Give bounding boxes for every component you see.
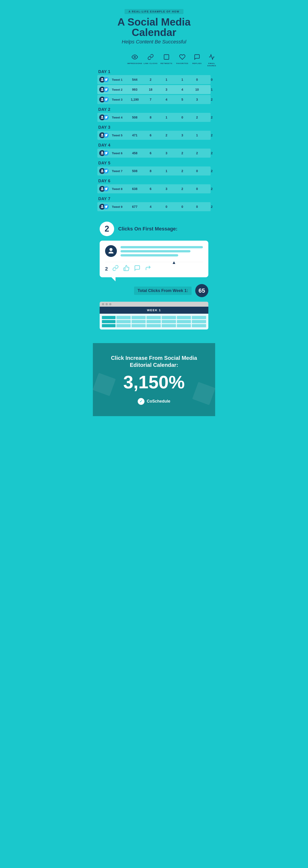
avatar-group [99, 150, 109, 156]
day-label-5: DAY 5 [97, 159, 211, 166]
data-cell-email_shares: 2 [204, 98, 220, 101]
tweet-line-3 [120, 254, 178, 256]
mock-cell [102, 320, 115, 323]
day-label-4: DAY 4 [97, 141, 211, 149]
tweet-label: Tweet 9 [112, 205, 122, 209]
data-cell-favorites: 2 [174, 169, 190, 173]
favorites-label: FAVORITES [176, 62, 189, 65]
tweet-name-cell: Tweet 2 [97, 85, 127, 94]
data-cell-impressions: 508 [127, 169, 143, 173]
svg-rect-1 [164, 55, 169, 60]
data-cell-retweets: 4 [159, 98, 174, 101]
data-cell-favorites: 5 [174, 98, 190, 101]
data-cell-replies: 0 [190, 187, 204, 191]
table-row: Tweet 3 1,19074532 [97, 95, 211, 104]
clicks-header: 2 Clicks On First Message: [100, 222, 208, 236]
twitter-icon [104, 186, 109, 191]
browser-table-mock [100, 314, 208, 330]
replies-icon [194, 54, 200, 62]
avatar-group [99, 87, 109, 93]
data-cell-email_shares: 2 [204, 151, 220, 155]
data-cell-link_clicks: 6 [143, 133, 159, 137]
email-shares-icon [208, 54, 215, 62]
day-group-1: DAY 1 Tweet 1 54421100 Tweet 2 99318 [97, 68, 211, 104]
coschedule-brand: CoSchedule [147, 399, 170, 404]
avatar-group [99, 132, 109, 138]
tweet-share-icon [145, 265, 151, 273]
twitter-icon [104, 133, 109, 138]
table-row: Tweet 1 54421100 [97, 75, 211, 84]
total-clicks-badge: 65 [195, 284, 208, 297]
first-click-badge: 2 [100, 222, 114, 236]
tweet-line-2 [120, 250, 191, 252]
tweet-name-cell: Tweet 7 [97, 167, 127, 175]
day-group-3: DAY 3 Tweet 5 47162312 [97, 123, 211, 140]
mock-cell [162, 320, 176, 323]
link-clicks-label: LINK CLICKS [144, 62, 158, 65]
data-cell-retweets: 3 [159, 88, 174, 91]
tweet-name-cell: Tweet 4 [97, 113, 127, 122]
tweet-name-cell: Tweet 9 [97, 203, 127, 211]
svg-point-0 [134, 56, 136, 58]
twitter-icon [104, 151, 109, 156]
avatar-group [99, 186, 109, 192]
avatar-group [99, 97, 109, 102]
impressions-icon [132, 54, 138, 62]
data-cell-replies: 2 [190, 116, 204, 119]
retweets-icon [163, 54, 170, 62]
mock-cell [102, 316, 115, 319]
data-cell-impressions: 677 [127, 205, 143, 209]
tweet-label: Tweet 4 [112, 116, 122, 119]
table-row: Tweet 5 47162312 [97, 131, 211, 140]
data-cell-impressions: 1,190 [127, 98, 143, 101]
browser-dot-1 [102, 303, 104, 305]
tweet-name-cell: Tweet 1 [97, 75, 127, 84]
tweet-card-lines [120, 245, 203, 258]
tweet-name-cell: Tweet 8 [97, 185, 127, 193]
mock-cell [132, 320, 146, 323]
header-top-label: A REAL-LIFE EXAMPLE OF HOW [124, 9, 184, 14]
data-cell-email_shares: 2 [204, 116, 220, 119]
tweet-action-number: 2 [105, 266, 108, 272]
data-cell-replies: 10 [190, 88, 204, 91]
big-percent: 3,150% [102, 373, 206, 391]
data-cell-email_shares: 2 [204, 169, 220, 173]
day-label-6: DAY 6 [97, 177, 211, 184]
browser-mockup: WEEK 1 [100, 302, 208, 330]
data-cell-replies: 3 [190, 98, 204, 101]
mock-cell [177, 316, 191, 319]
col-header-retweets: RETWEETS [159, 54, 174, 67]
data-cell-impressions: 638 [127, 187, 143, 191]
data-cell-link_clicks: 8 [143, 116, 159, 119]
data-cell-impressions: 471 [127, 133, 143, 137]
data-cell-favorites: 3 [174, 133, 190, 137]
avatar-group [99, 204, 109, 210]
infographic: A REAL-LIFE EXAMPLE OF HOW A Social Medi… [93, 0, 215, 430]
mock-cell [162, 324, 176, 327]
data-cell-link_clicks: 18 [143, 88, 159, 91]
days-container: DAY 1 Tweet 1 54421100 Tweet 2 99318 [97, 68, 211, 211]
data-cell-replies: 0 [190, 205, 204, 209]
tweet-reply-icon [134, 265, 140, 273]
data-cell-replies: 0 [190, 169, 204, 173]
browser-dot-2 [106, 303, 108, 305]
week-header: WEEK 1 [100, 307, 208, 314]
header-title: A Social Media Calendar [97, 17, 211, 37]
day-group-2: DAY 2 Tweet 4 50881022 [97, 105, 211, 122]
mock-cell [132, 324, 146, 327]
coschedule-logo: ✓ CoSchedule [102, 398, 206, 405]
mock-cell [116, 316, 131, 319]
data-cell-impressions: 544 [127, 78, 143, 82]
data-cell-impressions: 458 [127, 151, 143, 155]
data-cell-favorites: 1 [174, 78, 190, 82]
coschedule-check-icon: ✓ [138, 398, 144, 405]
mock-cell [192, 316, 206, 319]
data-cell-retweets: 1 [159, 169, 174, 173]
data-cell-email_shares: 1 [204, 88, 220, 91]
twitter-icon [104, 77, 109, 82]
data-cell-link_clicks: 6 [143, 187, 159, 191]
col-header-replies: REPLIES [190, 54, 204, 67]
avatar-group [99, 168, 109, 174]
mock-cell [162, 316, 176, 319]
data-cell-email_shares: 2 [204, 187, 220, 191]
